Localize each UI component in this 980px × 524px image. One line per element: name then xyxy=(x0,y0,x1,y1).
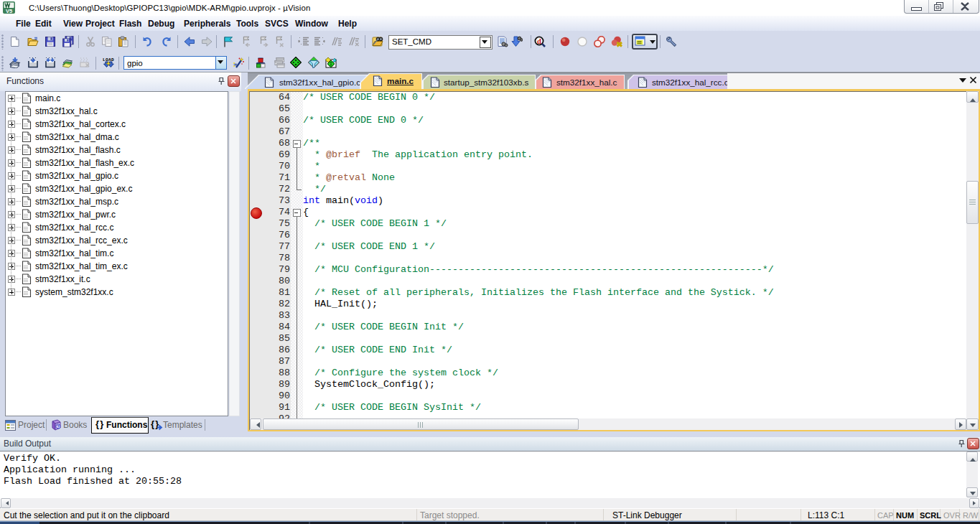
svg-text:d: d xyxy=(537,37,541,45)
svg-text:?: ? xyxy=(57,424,60,429)
svg-text:V5: V5 xyxy=(6,8,12,14)
